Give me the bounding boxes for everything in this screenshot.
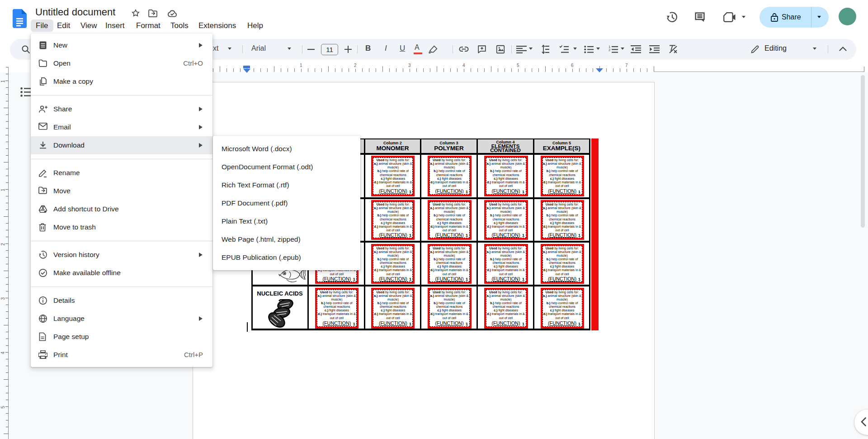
svg-text:2: 2: [609, 48, 611, 52]
